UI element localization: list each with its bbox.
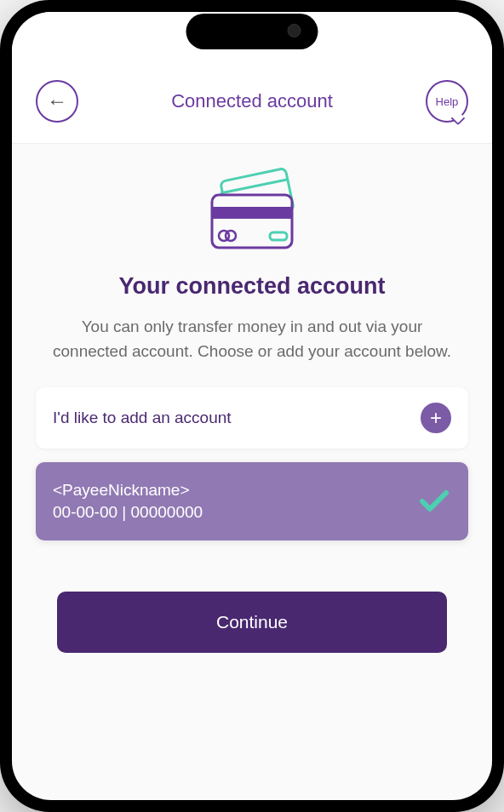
plus-icon: + — [421, 403, 451, 433]
svg-line-1 — [220, 180, 287, 193]
phone-notch — [186, 14, 318, 49]
add-account-button[interactable]: I'd like to add an account + — [36, 387, 468, 449]
back-button[interactable]: ← — [36, 80, 78, 123]
continue-button[interactable]: Continue — [57, 592, 446, 653]
help-button[interactable]: Help — [426, 80, 468, 123]
account-info: <PayeeNickname> 00-00-00 | 00000000 — [53, 481, 203, 522]
content-description: You can only transfer money in and out v… — [36, 315, 468, 363]
checkmark-icon — [417, 484, 451, 518]
camera-icon — [288, 24, 301, 37]
content-heading: Your connected account — [36, 273, 468, 300]
main-content: Your connected account You can only tran… — [12, 144, 492, 670]
page-title: Connected account — [171, 90, 333, 112]
add-account-label: I'd like to add an account — [53, 409, 232, 427]
phone-frame: ← Connected account Help Your c — [0, 0, 504, 812]
credit-cards-icon — [188, 168, 316, 253]
cards-illustration — [36, 168, 468, 253]
phone-screen: ← Connected account Help Your c — [12, 12, 492, 800]
account-option-selected[interactable]: <PayeeNickname> 00-00-00 | 00000000 — [36, 462, 468, 540]
help-label: Help — [436, 95, 459, 108]
account-number: 00-00-00 | 00000000 — [53, 503, 203, 522]
svg-rect-3 — [212, 207, 292, 219]
account-nickname: <PayeeNickname> — [53, 481, 203, 500]
arrow-left-icon: ← — [47, 91, 67, 112]
